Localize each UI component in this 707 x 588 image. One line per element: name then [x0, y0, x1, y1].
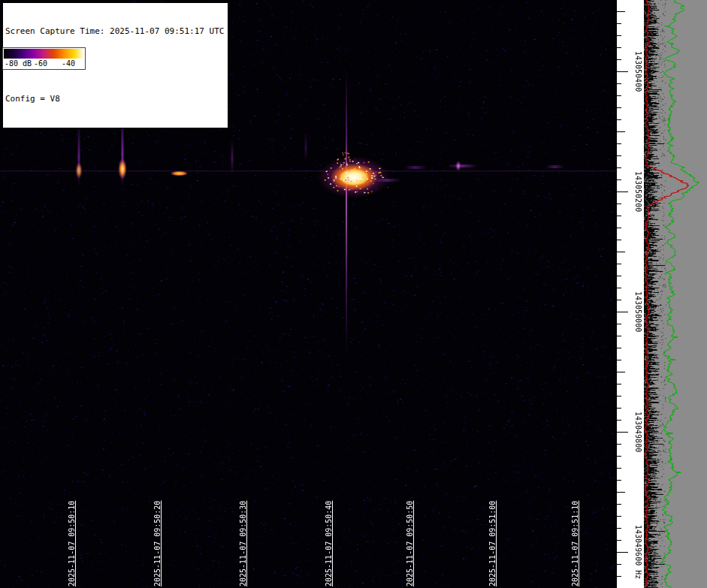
- colorbar-labels: -80 dB -60 -40: [4, 59, 84, 68]
- frequency-label-text: 143050400: [634, 51, 642, 92]
- config-text: Config = V8: [5, 93, 224, 104]
- capture-time-text: Screen Capture Time: 2025-11-07 09:51:17…: [5, 26, 224, 37]
- colorbar-gradient: [4, 49, 84, 59]
- colorbar-label-min: -80 dB: [5, 59, 32, 68]
- frequency-ruler: 1430504001430502001430500001430498001430…: [616, 0, 644, 588]
- frequency-label-text: 143049800: [634, 412, 642, 452]
- colorbar-label-max: -40: [62, 59, 75, 68]
- colorbar: -80 dB -60 -40: [2, 47, 86, 70]
- spectrum-panel-canvas: [643, 0, 707, 588]
- colorbar-label-mid: -60: [34, 59, 47, 68]
- frequency-label-text: 143050000: [634, 291, 642, 332]
- spectrum-capture-screen: Screen Capture Time: 2025-11-07 09:51:17…: [0, 0, 707, 588]
- frequency-label-text: 143050200: [634, 171, 642, 212]
- frequency-label-text: 143049600 Hz: [634, 525, 642, 579]
